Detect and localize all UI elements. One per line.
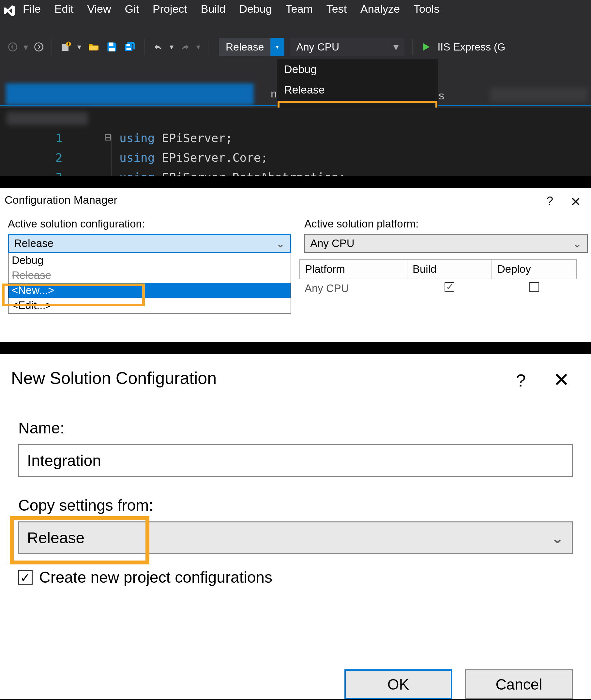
checkbox-icon[interactable]: ✓	[18, 570, 32, 585]
menu-view[interactable]: View	[87, 3, 111, 15]
copy-from-label: Copy settings from:	[18, 496, 573, 514]
separator	[52, 39, 52, 55]
close-button[interactable]: ✕	[553, 368, 570, 391]
separator	[208, 39, 208, 55]
menu-edit[interactable]: Edit	[55, 3, 74, 15]
table-header-row: Platform Build Deploy	[300, 259, 588, 279]
line-number: 1	[55, 129, 63, 148]
config-option-release[interactable]: Release	[8, 268, 290, 283]
chevron-down-icon[interactable]: ⌄	[573, 237, 582, 250]
dialog-buttons: OK Cancel	[344, 669, 573, 699]
menu-build[interactable]: Build	[201, 3, 226, 15]
new-item-icon[interactable]	[60, 41, 71, 53]
nav-forward-icon[interactable]	[34, 42, 44, 52]
help-button[interactable]: ?	[547, 194, 553, 208]
help-button[interactable]: ?	[516, 370, 526, 390]
config-option-release[interactable]: Release	[277, 80, 438, 100]
ide-window: File Edit View Git Project Build Debug T…	[0, 0, 591, 176]
name-label: Name:	[18, 419, 573, 437]
menu-git[interactable]: Git	[125, 3, 139, 15]
outline-toggle-icon[interactable]: ⊟	[105, 130, 112, 144]
svg-point-0	[9, 43, 17, 51]
dropdown-arrow-icon[interactable]: ▾	[23, 42, 28, 53]
config-option-debug[interactable]: Debug	[8, 253, 290, 268]
project-contexts-table: Platform Build Deploy Any CPU	[300, 259, 588, 298]
close-button[interactable]: ✕	[570, 194, 581, 209]
cancel-button[interactable]: Cancel	[465, 669, 573, 699]
line-number: 2	[55, 148, 63, 167]
undo-icon[interactable]	[153, 42, 164, 53]
menu-team[interactable]: Team	[286, 3, 313, 15]
chevron-down-icon[interactable]: ▾	[270, 38, 284, 56]
solution-configuration-label: Release	[219, 41, 270, 53]
chevron-down-icon[interactable]: ▾	[393, 41, 399, 53]
config-option-debug[interactable]: Debug	[277, 59, 438, 80]
new-solution-configuration-dialog: New Solution Configuration ? ✕ Name: Cop…	[0, 354, 591, 699]
dropdown-arrow-icon[interactable]: ▾	[170, 43, 174, 52]
breadcrumb-blurred	[6, 112, 88, 125]
solution-platform-label: Any CPU	[296, 41, 339, 53]
line-number-gutter: 1 2 3	[55, 129, 63, 176]
cell-platform[interactable]: Any CPU	[300, 279, 407, 298]
dropdown-arrow-icon[interactable]: ▾	[196, 43, 200, 52]
column-header-build[interactable]: Build	[407, 259, 492, 279]
line-number: 3	[55, 167, 63, 176]
save-icon[interactable]	[106, 41, 118, 53]
svg-rect-5	[109, 48, 115, 52]
active-config-label: Active solution configuration:	[8, 218, 291, 230]
configuration-manager-dialog: Configuration Manager ? ✕ Active solutio…	[0, 188, 591, 342]
highlight-annotation	[10, 516, 149, 564]
start-debug-icon[interactable]	[420, 42, 432, 53]
active-config-value: Release	[14, 237, 54, 250]
menu-debug[interactable]: Debug	[239, 3, 272, 15]
deploy-checkbox[interactable]	[529, 282, 539, 292]
active-platform-combo[interactable]: Any CPU ⌄	[304, 234, 588, 253]
inactive-tab-blurred[interactable]	[490, 87, 588, 102]
code-line: using EPiServer.DataAbstraction:	[119, 167, 346, 176]
code-line: using EPiServer.Core;	[119, 148, 346, 167]
solution-platform-combo[interactable]: Any CPU ▾	[290, 38, 404, 56]
menu-analyze[interactable]: Analyze	[360, 3, 400, 15]
dropdown-arrow-icon[interactable]: ▾	[77, 43, 81, 52]
nav-back-icon[interactable]	[8, 42, 18, 52]
active-config-combo[interactable]: Release ⌄	[8, 234, 291, 253]
build-checkbox[interactable]	[445, 282, 454, 292]
checkbox-label: Create new project configurations	[39, 568, 272, 586]
name-input[interactable]	[18, 444, 573, 477]
dialog-title: Configuration Manager	[5, 193, 117, 206]
svg-rect-6	[127, 44, 130, 46]
separator	[144, 39, 145, 55]
menu-file[interactable]: File	[23, 3, 41, 15]
column-header-deploy[interactable]: Deploy	[492, 259, 577, 279]
highlight-annotation	[2, 284, 145, 306]
menubar: File Edit View Git Project Build Debug T…	[23, 3, 439, 15]
active-platform-value: Any CPU	[310, 237, 354, 250]
outline-guide	[112, 135, 112, 176]
menu-tools[interactable]: Tools	[413, 3, 439, 15]
solution-configuration-combo[interactable]: Release ▾	[219, 38, 284, 56]
svg-rect-4	[109, 43, 114, 46]
menu-test[interactable]: Test	[326, 3, 347, 15]
active-platform-label: Active solution platform:	[304, 218, 588, 230]
chevron-down-icon[interactable]: ⌄	[276, 237, 285, 250]
column-header-platform[interactable]: Platform	[300, 259, 407, 279]
code-line: using EPiServer;	[119, 129, 346, 148]
create-new-project-configs-checkbox[interactable]: ✓ Create new project configurations	[18, 568, 573, 586]
save-all-icon[interactable]	[124, 41, 137, 54]
chevron-down-icon[interactable]: ⌄	[551, 529, 564, 547]
toolbar: ▾ ▾ ▾ ▾ Release ▾ Any CPU ▾ IIS Express …	[0, 35, 591, 59]
dialog-title: New Solution Configuration	[11, 368, 216, 388]
active-tab-blurred[interactable]	[6, 83, 254, 105]
visual-studio-icon	[3, 4, 16, 18]
code-lines: using EPiServer; using EPiServer.Core; u…	[119, 129, 346, 176]
code-editor[interactable]: 1 2 3 ⊟ using EPiServer; using EPiServer…	[0, 107, 591, 176]
open-folder-icon[interactable]	[87, 41, 100, 53]
tab-text-fragment: s	[439, 89, 444, 102]
table-row: Any CPU	[300, 279, 588, 298]
redo-icon[interactable]	[179, 42, 191, 53]
svg-point-1	[35, 43, 43, 51]
svg-rect-7	[127, 48, 131, 50]
start-debug-label[interactable]: IIS Express (G	[437, 41, 505, 53]
menu-project[interactable]: Project	[153, 3, 187, 15]
ok-button[interactable]: OK	[344, 669, 452, 699]
